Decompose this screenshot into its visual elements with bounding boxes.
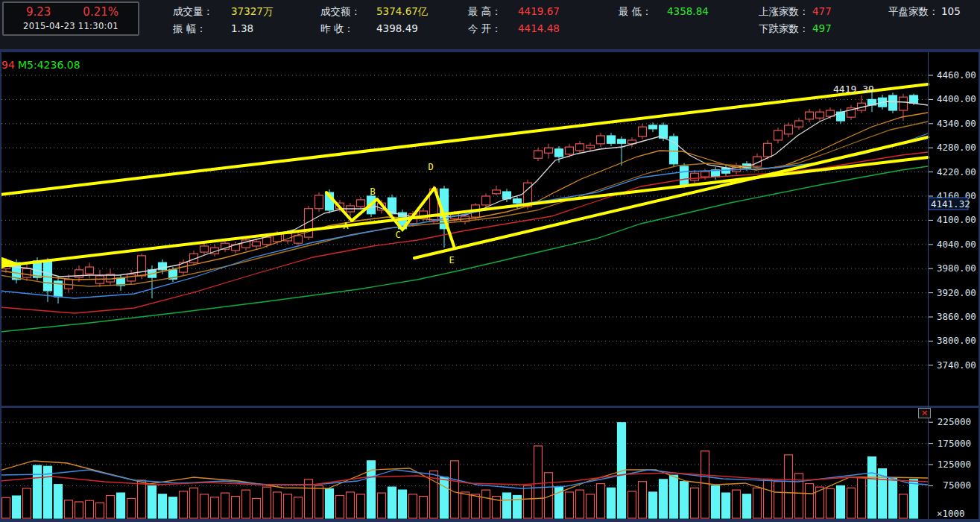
left-border — [0, 49, 1, 522]
volume-bar-rect — [242, 490, 250, 518]
volume-bar — [639, 482, 647, 518]
candle-body — [566, 147, 574, 154]
volume-bar-rect — [837, 485, 845, 518]
volume-bar — [420, 497, 428, 518]
volume-bar-rect — [420, 497, 428, 518]
volume-bar — [190, 488, 198, 518]
volume-bar-rect — [576, 490, 584, 518]
volume-bar — [336, 495, 344, 518]
volume-bar-rect — [138, 480, 146, 518]
volume-bar-rect — [733, 490, 741, 518]
volume-bar — [117, 493, 125, 518]
volume-bar — [274, 492, 282, 518]
volume-bar-rect — [889, 478, 897, 518]
volume-bar-rect — [628, 491, 636, 518]
volume-bar-rect — [294, 497, 303, 518]
volume-bar — [54, 485, 63, 518]
volume-bar-rect — [806, 484, 814, 518]
volume-bar — [13, 496, 21, 518]
volume-bar-rect — [190, 488, 198, 518]
volume-bar — [753, 488, 762, 518]
price-axis-label: 4460.00 — [937, 69, 976, 81]
candle — [847, 105, 856, 120]
volume-bars-layer — [2, 423, 918, 518]
candle-body — [44, 261, 52, 291]
candle — [534, 148, 543, 161]
candle — [503, 189, 511, 202]
volume-panel-close-button[interactable]: × — [918, 408, 931, 418]
volume-bar — [670, 475, 678, 518]
volume-bar-rect — [712, 485, 720, 518]
volume-bar-rect — [691, 488, 699, 518]
volume-bar-rect — [388, 487, 396, 518]
candle — [868, 92, 876, 112]
zigzag-letter: B — [370, 186, 375, 197]
candle-body — [587, 145, 595, 148]
bottom-border — [0, 519, 980, 522]
volume-bar-rect — [680, 482, 689, 518]
candle-body — [639, 127, 647, 136]
volume-bar — [733, 490, 741, 518]
volume-bar — [148, 485, 157, 518]
candle-body — [764, 143, 772, 157]
candle-body — [513, 199, 522, 203]
volume-bar-rect — [472, 494, 480, 518]
volume-bar-rect — [96, 503, 104, 518]
candle — [837, 109, 845, 124]
candle — [691, 170, 699, 183]
volume-bar-rect — [148, 485, 157, 518]
volume-bar-rect — [13, 496, 21, 518]
annotation-layer: ABCDE94M5:4236.084419.39 — [1, 59, 874, 265]
zigzag-letter: A — [343, 221, 349, 231]
trendline-layer — [0, 84, 928, 269]
chart-area[interactable]: ABCDE94M5:4236.084419.394460.004400.0043… — [0, 0, 980, 522]
volume-bar-rect — [910, 479, 918, 518]
volume-bar-rect — [607, 488, 616, 518]
volume-bar — [566, 492, 574, 518]
candle — [86, 262, 94, 278]
volume-bar-rect — [670, 475, 678, 518]
volume-bar — [712, 485, 720, 518]
volume-bar — [440, 477, 449, 518]
volume-bar — [159, 494, 167, 518]
candle — [607, 133, 616, 146]
volume-bar — [680, 482, 689, 518]
candle-body — [691, 173, 699, 180]
volume-bar-rect — [503, 493, 511, 518]
candle-body — [660, 125, 668, 138]
price-axis-label: 3980.00 — [937, 262, 976, 274]
volume-bar — [722, 493, 730, 518]
trendline — [0, 84, 928, 195]
candle — [493, 186, 501, 195]
volume-bar — [524, 485, 532, 518]
volume-bar-rect — [23, 488, 31, 518]
candle — [858, 95, 866, 113]
candle — [795, 118, 803, 130]
volume-bar — [900, 494, 908, 518]
volume-bar-rect — [180, 491, 188, 518]
volume-bar-rect — [2, 497, 10, 518]
candle — [357, 197, 365, 210]
volume-axis-label: 225000 — [938, 416, 971, 427]
price-axis-label: 4220.00 — [937, 166, 976, 177]
volume-bar — [868, 457, 876, 518]
volume-bar-rect — [639, 482, 647, 518]
volume-bar-rect — [200, 494, 209, 518]
volume-bar-rect — [211, 497, 219, 518]
candle — [806, 109, 814, 122]
volume-bar-rect — [868, 457, 876, 518]
candle-body — [607, 136, 616, 143]
volume-bar — [701, 451, 709, 518]
volume-bar-rect — [263, 487, 271, 518]
volume-bar — [96, 503, 104, 518]
volume-bar-rect — [34, 465, 42, 518]
volume-bar — [65, 500, 73, 518]
volume-bar-rect — [315, 485, 323, 518]
zigzag-letter: E — [449, 255, 454, 265]
volume-bar — [503, 493, 511, 518]
candle-body — [482, 196, 490, 205]
volume-bar — [691, 488, 699, 518]
volume-bar-rect — [221, 493, 230, 518]
volume-bar — [482, 490, 490, 518]
candle — [670, 133, 678, 167]
